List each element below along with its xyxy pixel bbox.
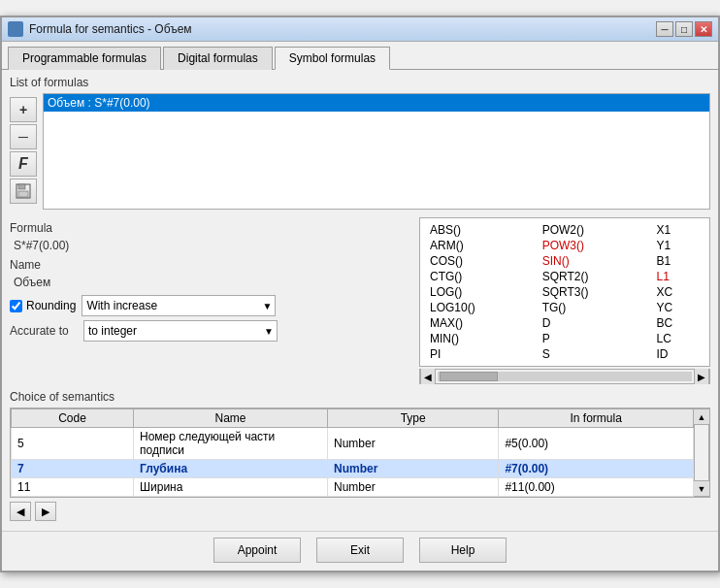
func-cell[interactable]: Y1: [650, 238, 705, 253]
func-cell[interactable]: CTG(): [424, 269, 537, 284]
help-button[interactable]: Help: [419, 538, 507, 563]
func-cell[interactable]: MAX(): [424, 315, 537, 331]
formula-list[interactable]: Объем : S*#7(0.00): [43, 93, 710, 210]
func-cell[interactable]: LC: [650, 331, 705, 346]
hscroll-thumb[interactable]: [440, 372, 498, 381]
func-cell[interactable]: LOG(): [424, 284, 537, 300]
hscroll-left-btn[interactable]: ◀: [420, 369, 436, 384]
func-cell[interactable]: ID: [650, 346, 705, 362]
func-cell[interactable]: PI: [424, 346, 537, 362]
main-window: Formula for semantics - Объем ─ □ ✕ Prog…: [0, 16, 720, 572]
middle-section: Formula S*#7(0.00) Name Объем Rounding W…: [10, 217, 710, 384]
func-cell[interactable]: LOG10(): [424, 300, 537, 315]
func-row-2: COS() SIN() B1: [424, 253, 705, 269]
col-informula: In formula: [499, 409, 694, 428]
func-row-8: PI S ID: [424, 346, 705, 362]
cell-name: Глубина: [134, 460, 328, 478]
functions-panel: ABS() POW2() X1 ARM() POW3() Y1 COS() SI…: [419, 217, 710, 384]
table-row[interactable]: 7 Глубина Number #7(0.00): [12, 460, 694, 478]
cell-code: 5: [12, 428, 134, 460]
func-cell[interactable]: B1: [650, 253, 705, 269]
nav-row: ◀ ▶: [10, 502, 710, 521]
func-cell[interactable]: P: [537, 331, 651, 346]
minimize-button[interactable]: ─: [656, 21, 673, 37]
func-cell[interactable]: MIN(): [424, 331, 537, 346]
func-cell[interactable]: YC: [650, 300, 705, 315]
titlebar-controls: ─ □ ✕: [656, 21, 712, 37]
func-cell[interactable]: POW3(): [537, 238, 651, 253]
func-cell[interactable]: SIN(): [537, 253, 651, 269]
func-cell[interactable]: SQRT3(): [537, 284, 651, 300]
func-cell[interactable]: XC: [650, 284, 705, 300]
formula-label: Formula: [10, 221, 413, 235]
save-icon: [16, 183, 31, 199]
table-vscrollbar[interactable]: ▲ ▼: [694, 408, 709, 497]
titlebar: Formula for semantics - Объем ─ □ ✕: [2, 17, 718, 42]
cell-name: Номер следующей части подписи: [134, 428, 328, 460]
rounding-checkbox[interactable]: [10, 300, 22, 312]
rounding-select[interactable]: With increase With decrease Mathematical…: [82, 295, 276, 316]
save-button[interactable]: [10, 179, 37, 204]
window-title: Formula for semantics - Объем: [29, 22, 192, 36]
bottom-buttons: Appoint Exit Help: [2, 531, 718, 571]
tabs-container: Programmable formulas Digital formulas S…: [2, 42, 718, 70]
formula-value: S*#7(0.00): [10, 237, 413, 254]
func-cell[interactable]: TG(): [537, 300, 651, 315]
choice-section-label: Choice of semantics: [10, 390, 710, 404]
func-cell[interactable]: D: [537, 315, 651, 331]
functions-table: ABS() POW2() X1 ARM() POW3() Y1 COS() SI…: [424, 222, 705, 362]
table-body: 5 Номер следующей части подписи Number #…: [12, 428, 694, 497]
list-section-label: List of formulas: [10, 76, 710, 89]
tab-symbol[interactable]: Symbol formulas: [275, 47, 390, 70]
cell-type: Number: [328, 428, 499, 460]
rounding-checkbox-label[interactable]: Rounding: [10, 299, 76, 312]
cell-code: 7: [12, 460, 134, 478]
cell-name: Ширина: [134, 478, 328, 497]
func-row-4: LOG() SQRT3() XC: [424, 284, 705, 300]
func-row-3: CTG() SQRT2() L1: [424, 269, 705, 284]
functions-grid: ABS() POW2() X1 ARM() POW3() Y1 COS() SI…: [419, 217, 710, 367]
rounding-select-wrapper: With increase With decrease Mathematical…: [82, 295, 276, 316]
function-button[interactable]: F: [10, 151, 37, 177]
maximize-button[interactable]: □: [675, 21, 693, 37]
nav-next-button[interactable]: ▶: [35, 502, 56, 521]
func-row-1: ARM() POW3() Y1: [424, 238, 705, 253]
table-row[interactable]: 5 Номер следующей части подписи Number #…: [12, 428, 694, 460]
nav-prev-button[interactable]: ◀: [10, 502, 31, 521]
appoint-button[interactable]: Appoint: [213, 538, 301, 563]
tab-digital[interactable]: Digital formulas: [163, 47, 273, 70]
remove-formula-button[interactable]: ─: [10, 124, 37, 149]
sidebar-buttons: + ─ F: [10, 93, 37, 210]
func-row-6: MAX() D BC: [424, 315, 705, 331]
hscroll-right-btn[interactable]: ▶: [694, 369, 709, 384]
tab-programmable[interactable]: Programmable formulas: [8, 47, 161, 70]
cell-type: Number: [328, 460, 499, 478]
close-button[interactable]: ✕: [695, 21, 712, 37]
func-cell[interactable]: L1: [650, 269, 705, 284]
accurate-select[interactable]: to integer to 0.1 to 0.01: [83, 320, 278, 342]
cell-informula: #11(0.00): [499, 478, 694, 497]
func-cell[interactable]: BC: [650, 315, 705, 331]
func-cell[interactable]: COS(): [424, 253, 537, 269]
formula-item[interactable]: Объем : S*#7(0.00): [44, 94, 709, 112]
func-cell[interactable]: ARM(): [424, 238, 537, 253]
cell-type: Number: [328, 478, 499, 497]
app-icon: [8, 21, 23, 37]
func-row-7: MIN() P LC: [424, 331, 705, 346]
exit-button[interactable]: Exit: [316, 538, 404, 563]
vscroll-up-btn[interactable]: ▲: [694, 409, 709, 425]
func-cell[interactable]: S: [537, 346, 651, 362]
func-cell[interactable]: ABS(): [424, 222, 537, 238]
func-cell[interactable]: SQRT2(): [537, 269, 651, 284]
functions-hscrollbar[interactable]: ◀ ▶: [419, 369, 710, 384]
table-row[interactable]: 11 Ширина Number #11(0.00): [12, 478, 694, 497]
col-type: Type: [328, 409, 499, 428]
rounding-row: Rounding With increase With decrease Mat…: [10, 295, 413, 316]
vscroll-down-btn[interactable]: ▼: [694, 480, 709, 496]
func-cell[interactable]: X1: [650, 222, 705, 238]
func-cell[interactable]: POW2(): [537, 222, 651, 238]
hscroll-track[interactable]: [438, 372, 692, 381]
svg-rect-1: [18, 184, 25, 189]
add-formula-button[interactable]: +: [10, 97, 37, 122]
choice-section: Choice of semantics Code Name Type In fo…: [10, 390, 710, 498]
